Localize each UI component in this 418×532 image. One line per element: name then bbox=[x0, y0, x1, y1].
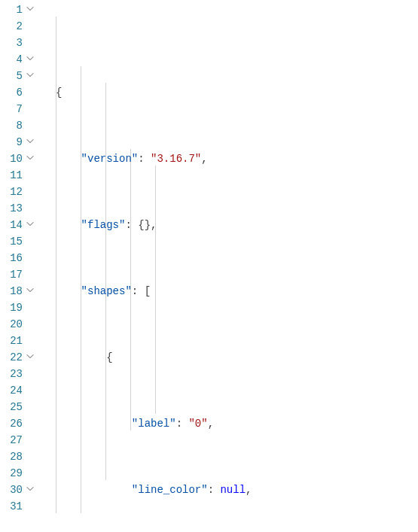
fold-icon[interactable] bbox=[24, 2, 36, 14]
line-number: 24 bbox=[0, 382, 23, 399]
fold-icon[interactable] bbox=[24, 284, 36, 296]
line-number: 17 bbox=[0, 266, 23, 283]
json-key: "label" bbox=[132, 418, 176, 430]
line-number: 1 bbox=[0, 2, 23, 18]
line-number: 25 bbox=[0, 399, 23, 415]
line-number: 16 bbox=[0, 250, 23, 266]
json-null: null bbox=[220, 484, 246, 496]
brace-open: { bbox=[56, 87, 62, 99]
brace-open: { bbox=[106, 351, 112, 363]
line-number: 23 bbox=[0, 366, 23, 382]
line-number: 5 bbox=[0, 68, 23, 84]
code-line[interactable]: { bbox=[41, 84, 418, 101]
fold-icon[interactable] bbox=[24, 68, 36, 81]
code-line[interactable]: "flags": {}, bbox=[41, 217, 418, 233]
line-number: 12 bbox=[0, 184, 23, 200]
fold-icon[interactable] bbox=[24, 135, 36, 147]
line-number: 27 bbox=[0, 432, 23, 448]
line-number: 30 bbox=[0, 482, 23, 498]
code-line[interactable]: "label": "0", bbox=[41, 415, 418, 432]
line-number: 9 bbox=[0, 134, 23, 150]
line-number: 26 bbox=[0, 415, 23, 432]
json-key: "version" bbox=[81, 153, 139, 165]
line-number: 8 bbox=[0, 117, 23, 134]
line-number: 15 bbox=[0, 233, 23, 250]
line-number: 13 bbox=[0, 200, 23, 217]
line-number-gutter: 1 2 3 4 5 6 7 8 9 10 11 12 13 14 15 16 1… bbox=[0, 0, 41, 532]
line-number: 14 bbox=[0, 217, 23, 233]
json-string: "3.16.7" bbox=[151, 153, 201, 165]
fold-icon[interactable] bbox=[24, 151, 36, 163]
line-number: 11 bbox=[0, 167, 23, 184]
fold-icon[interactable] bbox=[24, 217, 36, 230]
line-number: 10 bbox=[0, 150, 23, 167]
code-editor[interactable]: 1 2 3 4 5 6 7 8 9 10 11 12 13 14 15 16 1… bbox=[0, 0, 418, 532]
fold-icon[interactable] bbox=[24, 350, 36, 362]
line-number: 19 bbox=[0, 299, 23, 316]
line-number: 3 bbox=[0, 35, 23, 51]
line-number: 6 bbox=[0, 84, 23, 101]
brace-empty: {}, bbox=[138, 219, 157, 231]
line-number: 20 bbox=[0, 316, 23, 333]
line-number: 2 bbox=[0, 18, 23, 35]
line-number: 21 bbox=[0, 333, 23, 349]
json-string: "0" bbox=[188, 418, 207, 430]
json-key: "shapes" bbox=[81, 285, 132, 297]
code-line[interactable]: "version": "3.16.7", bbox=[41, 150, 418, 167]
line-number: 31 bbox=[0, 498, 23, 515]
json-key: "line_color" bbox=[132, 484, 208, 496]
line-number: 22 bbox=[0, 349, 23, 366]
code-line[interactable]: { bbox=[41, 349, 418, 366]
fold-icon[interactable] bbox=[24, 52, 36, 64]
code-line[interactable]: "shapes": [ bbox=[41, 283, 418, 299]
fold-icon[interactable] bbox=[24, 482, 36, 494]
line-number: 29 bbox=[0, 465, 23, 482]
json-key: "flags" bbox=[81, 219, 126, 231]
bracket-open: [ bbox=[145, 285, 151, 297]
code-line[interactable]: "line_color": null, bbox=[41, 482, 418, 498]
line-number: 18 bbox=[0, 283, 23, 299]
code-area[interactable]: { "version": "3.16.7", "flags": {}, "sha… bbox=[41, 0, 418, 532]
line-number: 7 bbox=[0, 101, 23, 117]
line-number: 4 bbox=[0, 51, 23, 68]
line-number: 28 bbox=[0, 448, 23, 465]
